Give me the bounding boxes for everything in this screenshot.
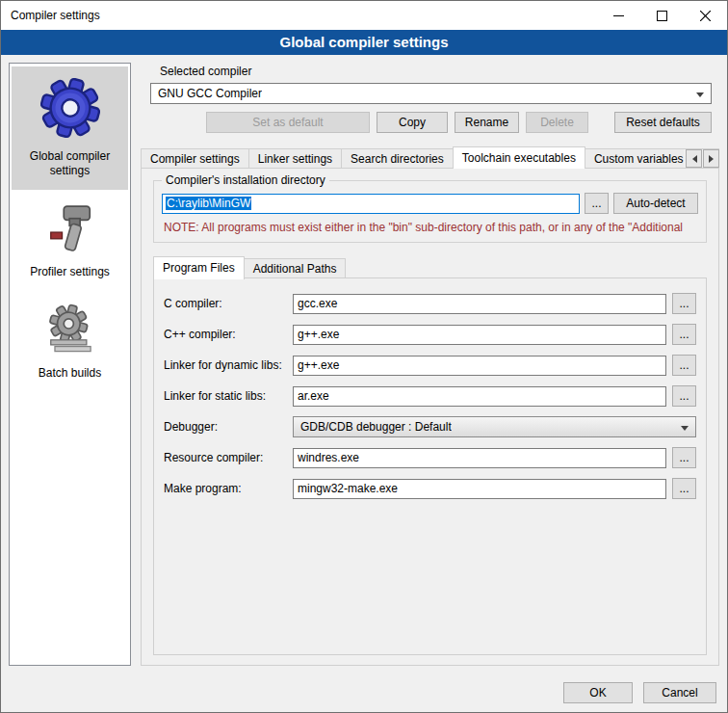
tab-scroll-right-button[interactable] <box>703 149 719 168</box>
c-compiler-label: C compiler: <box>164 297 287 310</box>
tab-toolchain-executables[interactable]: Toolchain executables <box>453 146 585 169</box>
selected-compiler-label: Selected compiler <box>160 65 712 78</box>
delete-button[interactable]: Delete <box>526 112 588 133</box>
window-title: Compiler settings <box>11 9 100 22</box>
resource-compiler-browse-button[interactable]: ... <box>672 447 696 468</box>
tab-search-directories[interactable]: Search directories <box>341 148 454 169</box>
debugger-select[interactable]: GDB/CDB debugger : Default <box>293 416 696 437</box>
chevron-right-icon <box>709 155 717 163</box>
make-program-label: Make program: <box>164 482 287 495</box>
debugger-row: Debugger: GDB/CDB debugger : Default <box>164 416 696 437</box>
resource-compiler-row: Resource compiler: ... <box>164 447 696 468</box>
program-files-tabstrip: Program Files Additional Paths <box>153 256 707 278</box>
tab-program-files[interactable]: Program Files <box>153 256 245 279</box>
debugger-select-value: GDB/CDB debugger : Default <box>300 420 452 434</box>
copy-button[interactable]: Copy <box>377 112 448 133</box>
c-compiler-browse-button[interactable]: ... <box>672 293 696 314</box>
close-button[interactable] <box>684 1 727 30</box>
tab-scroll-left-button[interactable] <box>686 149 702 168</box>
make-program-browse-button[interactable]: ... <box>672 478 696 499</box>
page-title: Global compiler settings <box>1 30 727 55</box>
note-text: NOTE: All programs must exist either in … <box>164 221 698 234</box>
installation-directory-groupbox: Compiler's installation directory C:\ray… <box>153 180 707 243</box>
program-files-panel: C compiler: ... C++ compiler: ... Linker… <box>153 277 707 655</box>
tab-compiler-settings[interactable]: Compiler settings <box>141 148 249 169</box>
linker-static-row: Linker for static libs: ... <box>164 385 696 407</box>
linker-static-browse-button[interactable]: ... <box>672 385 696 407</box>
cancel-button[interactable]: Cancel <box>643 682 716 703</box>
linker-dynamic-input[interactable] <box>293 356 666 376</box>
reset-defaults-button[interactable]: Reset defaults <box>614 112 712 133</box>
rename-button[interactable]: Rename <box>455 112 519 133</box>
sidebar-item-profiler-settings[interactable]: Profiler settings <box>12 190 128 291</box>
tab-custom-variables[interactable]: Custom variables <box>585 148 693 169</box>
linker-static-input[interactable] <box>293 386 666 407</box>
ok-button[interactable]: OK <box>563 682 633 703</box>
linker-dynamic-browse-button[interactable]: ... <box>672 355 696 376</box>
sidebar-item-global-compiler-settings[interactable]: Global compiler settings <box>12 66 128 190</box>
tab-linker-settings[interactable]: Linker settings <box>248 148 342 169</box>
chevron-down-icon <box>681 426 689 435</box>
linker-dynamic-label: Linker for dynamic libs: <box>164 358 287 372</box>
linker-dynamic-row: Linker for dynamic libs: ... <box>164 355 696 376</box>
sidebar-item-label: Batch builds <box>39 366 101 381</box>
compiler-select-value: GNU GCC Compiler <box>158 87 262 100</box>
toolchain-executables-panel: Compiler's installation directory C:\ray… <box>141 168 719 666</box>
titlebar[interactable]: Compiler settings <box>1 1 727 30</box>
sidebar-item-batch-builds[interactable]: Batch builds <box>12 291 128 392</box>
compiler-buttons-row: Set as default Copy Rename Delete Reset … <box>150 112 712 133</box>
install-dir-selected-text: C:\raylib\MinGW <box>166 197 251 210</box>
maximize-button[interactable] <box>640 1 684 30</box>
c-compiler-input[interactable] <box>293 294 666 314</box>
close-icon <box>700 11 711 21</box>
compiler-settings-dialog: Compiler settings Global compiler settin… <box>0 0 728 713</box>
settings-tabstrip: Compiler settings Linker settings Search… <box>141 146 719 169</box>
cpp-compiler-label: C++ compiler: <box>164 328 287 341</box>
installation-directory-row: C:\raylib\MinGW ... Auto-detect <box>162 193 698 214</box>
sidebar: Global compiler settings Profiler settin… <box>9 63 131 666</box>
chevron-down-icon <box>696 92 704 101</box>
chevron-left-icon <box>689 155 697 163</box>
tab-scroll-controls <box>684 149 719 168</box>
batch-builds-icon <box>44 303 96 357</box>
make-program-row: Make program: ... <box>164 478 696 499</box>
cpp-compiler-row: C++ compiler: ... <box>164 324 696 345</box>
profiler-icon <box>44 201 96 256</box>
tab-additional-paths[interactable]: Additional Paths <box>244 258 347 278</box>
set-as-default-button[interactable]: Set as default <box>206 112 370 133</box>
selected-compiler-section: Selected compiler GNU GCC Compiler Set a… <box>141 63 719 133</box>
resource-compiler-label: Resource compiler: <box>164 451 287 464</box>
debugger-label: Debugger: <box>164 420 287 434</box>
c-compiler-row: C compiler: ... <box>164 293 696 314</box>
sidebar-item-label: Profiler settings <box>30 265 110 279</box>
install-dir-browse-button[interactable]: ... <box>585 193 609 214</box>
cpp-compiler-input[interactable] <box>293 325 666 345</box>
minimize-icon <box>613 11 624 21</box>
linker-static-label: Linker for static libs: <box>164 389 287 403</box>
make-program-input[interactable] <box>293 479 666 499</box>
gear-icon <box>40 78 100 141</box>
dialog-body: Global compiler settings Profiler settin… <box>1 55 727 673</box>
compiler-select[interactable]: GNU GCC Compiler <box>150 83 712 104</box>
sidebar-item-label: Global compiler settings <box>13 149 126 178</box>
installation-directory-title: Compiler's installation directory <box>162 173 329 187</box>
window-controls <box>597 1 727 30</box>
install-dir-input[interactable]: C:\raylib\MinGW <box>162 194 580 214</box>
maximize-icon <box>657 11 667 21</box>
resource-compiler-input[interactable] <box>293 448 666 468</box>
cpp-compiler-browse-button[interactable]: ... <box>672 324 696 345</box>
main-content: Selected compiler GNU GCC Compiler Set a… <box>141 63 719 666</box>
dialog-footer: OK Cancel <box>1 673 727 712</box>
minimize-button[interactable] <box>597 1 640 30</box>
auto-detect-button[interactable]: Auto-detect <box>613 193 698 214</box>
